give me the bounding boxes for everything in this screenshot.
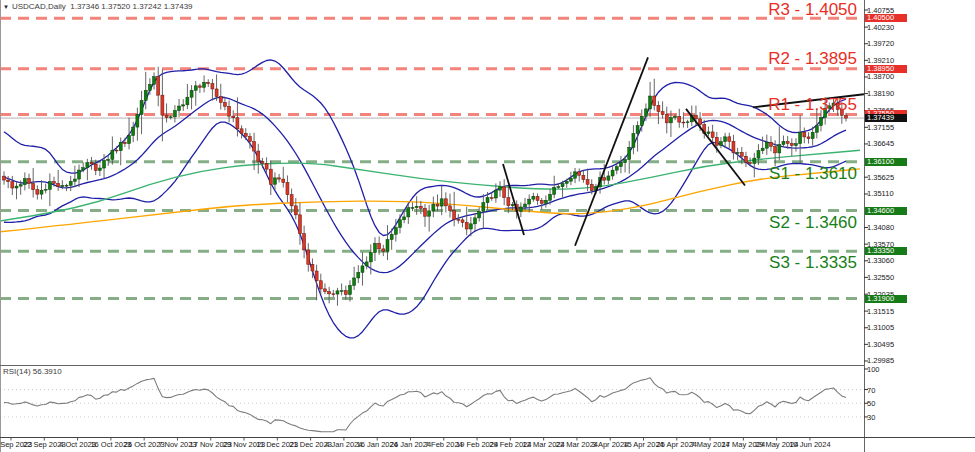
level-label-S2: S2 - 1.3460 — [769, 213, 857, 233]
trendline-1[interactable] — [575, 57, 648, 245]
main-panel[interactable] — [0, 18, 864, 338]
current-price-tag: 1.37439 — [865, 114, 907, 122]
level-label-R3: R3 - 1.4050 — [768, 0, 857, 20]
rsi-tick: 100 — [867, 365, 880, 374]
price-tick: 1.35110 — [867, 189, 894, 198]
price-tag-R2: 1.38950 — [865, 65, 907, 73]
level-label-S1: S1 - 1.3610 — [769, 164, 857, 184]
rsi-tick: 70 — [867, 386, 875, 395]
price-tick: 1.38190 — [867, 89, 894, 98]
price-tick: 1.31005 — [867, 323, 894, 332]
price-tick: 1.35625 — [867, 173, 894, 182]
level-label-R2: R2 - 1.3895 — [768, 49, 857, 69]
price-tick: 1.39720 — [867, 39, 894, 48]
price-tag-S2: 1.34600 — [865, 207, 907, 215]
rsi-tick: 30 — [867, 413, 875, 422]
price-tick: 1.33060 — [867, 256, 894, 265]
price-tick: 1.32550 — [867, 273, 894, 282]
level-label-S3: S3 - 1.3335 — [769, 253, 857, 273]
rsi-line — [4, 378, 846, 432]
price-tag-S3: 1.33350 — [865, 247, 907, 255]
price-tag-R3: 1.40500 — [865, 14, 907, 22]
symbol-menu-icon[interactable]: ▼ — [3, 4, 9, 10]
price-tick: 1.31515 — [867, 307, 894, 316]
ohlc-values: 1.37346 1.37520 1.37242 1.37439 — [70, 2, 192, 11]
price-tick: 1.38700 — [867, 72, 894, 81]
rsi-indicator-label: RSI(14) 56.3910 — [3, 367, 62, 376]
chart-title[interactable]: ▼USDCAD,Daily 1.37346 1.37520 1.37242 1.… — [3, 2, 193, 11]
price-tick: 1.34080 — [867, 223, 894, 232]
symbol-period-label: USDCAD,Daily — [12, 2, 66, 11]
trading-chart-window: ▼USDCAD,Daily 1.37346 1.37520 1.37242 1.… — [0, 0, 975, 452]
price-tick: 1.37155 — [867, 123, 894, 132]
rsi-tick: 50 — [867, 399, 875, 408]
bollinger-lower-band — [4, 122, 846, 338]
price-tag-S1: 1.36100 — [865, 158, 907, 166]
ma-slow-line — [0, 169, 860, 232]
price-tick: 1.40230 — [867, 23, 894, 32]
price-tag-low-zone: 1.31900 — [865, 295, 907, 303]
trendline-3[interactable] — [503, 164, 524, 235]
price-tick: 1.36645 — [867, 139, 894, 148]
date-label: 10 Jun 2024 — [789, 440, 830, 449]
price-tick: 1.30495 — [867, 340, 894, 349]
level-label-R1: R1 - 1.3755 — [768, 95, 857, 115]
rsi-panel[interactable] — [0, 378, 864, 432]
bollinger-middle-band — [4, 97, 846, 272]
